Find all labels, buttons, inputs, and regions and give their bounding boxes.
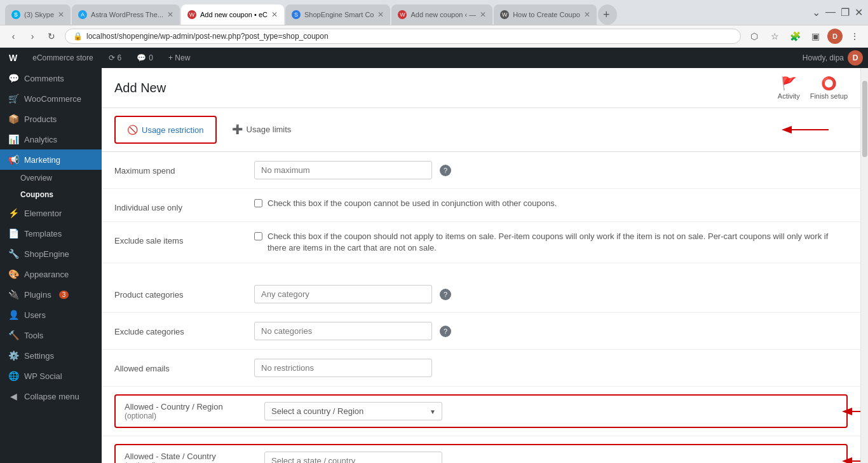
new-content-button[interactable]: + New xyxy=(165,48,194,68)
nav-buttons: ‹ › ↻ xyxy=(5,28,60,45)
browser-tab-add-coupon-2[interactable]: W Add new coupon ‹ — ✕ xyxy=(391,4,492,25)
usage-limits-tab[interactable]: ➕ Usage limits xyxy=(222,118,302,142)
maximum-spend-help-icon[interactable]: ? xyxy=(440,165,451,176)
maximize-button[interactable]: ❐ xyxy=(841,6,850,18)
tabs-dropdown-button[interactable]: ⌄ xyxy=(812,6,820,18)
sidebar-item-analytics[interactable]: 📊 Analytics xyxy=(0,129,102,149)
reload-button[interactable]: ↻ xyxy=(43,28,60,45)
exclude-sale-checkbox[interactable] xyxy=(254,232,262,240)
wp-logo-button[interactable]: W xyxy=(5,48,21,68)
allowed-state-country-field xyxy=(264,452,837,463)
browser-tab-shopengine[interactable]: S ShopEngine Smart Co ✕ xyxy=(285,4,390,25)
exclude-sale-field: Check this box if the coupon should not … xyxy=(254,231,848,254)
country-region-select-wrapper: Select a country / Region xyxy=(264,402,442,420)
page-title: Add New xyxy=(114,81,166,95)
main-content: Add New 🚩 Activity ⭕ Finish setup 🚫 xyxy=(102,68,860,463)
exclude-categories-label: Exclude categories xyxy=(114,322,241,336)
sidebar-item-wp-social[interactable]: 🌐 WP Social xyxy=(0,366,102,386)
site-name-button[interactable]: eCommerce store xyxy=(29,48,97,68)
sidebar-item-label-analytics: Analytics xyxy=(24,135,57,144)
allowed-state-country-input[interactable] xyxy=(264,452,442,463)
maximum-spend-input[interactable] xyxy=(254,161,432,179)
profile-icon[interactable]: D xyxy=(827,29,843,44)
products-nav-icon: 📦 xyxy=(8,114,19,124)
exclude-categories-input[interactable] xyxy=(254,322,432,340)
tab-close-shopengine[interactable]: ✕ xyxy=(377,10,384,19)
browser-tab-astra[interactable]: A Astra WordPress The... ✕ xyxy=(72,4,180,25)
sidebar-sub-coupons[interactable]: Coupons xyxy=(0,186,102,203)
extensions-icon[interactable]: 🧩 xyxy=(787,28,803,45)
sidebar-item-label-woocommerce: WooCommerce xyxy=(24,94,81,104)
sidebar-sub-overview[interactable]: Overview xyxy=(0,170,102,186)
country-region-select[interactable]: Select a country / Region xyxy=(264,402,442,420)
sidebar-item-settings[interactable]: ⚙️ Settings xyxy=(0,345,102,366)
sidebar-item-templates[interactable]: 📄 Templates xyxy=(0,223,102,244)
close-button[interactable]: ✕ xyxy=(855,6,863,18)
back-button[interactable]: ‹ xyxy=(5,28,22,45)
updates-button[interactable]: ⟳ 6 xyxy=(105,48,126,68)
comments-button[interactable]: 💬 0 xyxy=(133,48,157,68)
sidebar-item-label-templates: Templates xyxy=(24,229,62,238)
bookmark-icon[interactable]: ☆ xyxy=(766,28,783,45)
exclude-categories-help-icon[interactable]: ? xyxy=(440,326,451,337)
minimize-button[interactable]: — xyxy=(825,6,836,18)
comments-nav-icon: 💬 xyxy=(8,73,19,83)
browser-tabs: S (3) Skype ✕ A Astra WordPress The... ✕… xyxy=(5,0,804,25)
usage-restriction-tab[interactable]: 🚫 Usage restriction xyxy=(117,118,214,141)
individual-use-checkbox[interactable] xyxy=(254,199,262,207)
browser-tab-howto[interactable]: W How to Create Coupo ✕ xyxy=(494,4,597,25)
sidebar-item-users[interactable]: 👤 Users xyxy=(0,305,102,325)
sidebar-item-appearance[interactable]: 🎨 Appearance xyxy=(0,264,102,284)
sidebar-item-shopengine[interactable]: 🔧 ShopEngine xyxy=(0,244,102,264)
sidebar-item-plugins[interactable]: 🔌 Plugins 3 xyxy=(0,284,102,305)
maximum-spend-input-group: ? xyxy=(254,161,848,179)
tab-title-astra: Astra WordPress The... xyxy=(91,11,163,18)
address-url: localhost/shopengine/wp-admin/post-new.p… xyxy=(86,32,733,41)
tab-favicon-add-coupon-2: W xyxy=(398,10,407,19)
form-row-allowed-emails: Allowed emails xyxy=(102,350,860,387)
finish-setup-button[interactable]: ⭕ Finish setup xyxy=(810,76,848,100)
activity-label: Activity xyxy=(778,92,800,100)
browser-tab-skype[interactable]: S (3) Skype ✕ xyxy=(5,4,71,25)
tab-favicon-skype: S xyxy=(11,10,20,19)
sidebar-item-comments[interactable]: 💬 Comments xyxy=(0,68,102,88)
tab-favicon-add-coupon: W xyxy=(187,10,196,19)
user-avatar[interactable]: D xyxy=(848,50,863,66)
product-categories-help-icon[interactable]: ? xyxy=(440,289,451,300)
updates-icon: ⟳ xyxy=(109,53,115,62)
product-categories-input[interactable] xyxy=(254,285,432,303)
tab-close-add-coupon-2[interactable]: ✕ xyxy=(480,10,486,19)
tab-close-add-coupon[interactable]: ✕ xyxy=(271,10,278,19)
menu-icon[interactable]: ⋮ xyxy=(846,28,863,45)
sidebar-icon[interactable]: ▣ xyxy=(807,28,824,45)
browser-tab-add-coupon[interactable]: W Add new coupon • eC ✕ xyxy=(181,4,284,25)
woocommerce-nav-icon: 🛒 xyxy=(8,93,19,104)
new-tab-button[interactable]: + xyxy=(598,4,617,25)
browser-tabs-bar: S (3) Skype ✕ A Astra WordPress The... ✕… xyxy=(0,0,868,25)
sidebar-sub-label-overview: Overview xyxy=(20,174,52,183)
usage-restriction-icon: 🚫 xyxy=(127,125,138,135)
sidebar-item-products[interactable]: 📦 Products xyxy=(0,109,102,129)
sidebar-item-marketing[interactable]: 📢 Marketing xyxy=(0,149,102,170)
allowed-state-annotation-box: Allowed - State / Country (optional) xyxy=(114,444,848,463)
finish-setup-icon: ⭕ xyxy=(821,76,837,91)
tab-close-astra[interactable]: ✕ xyxy=(167,10,173,19)
tab-close-howto[interactable]: ✕ xyxy=(584,10,590,19)
plugins-badge: 3 xyxy=(59,291,69,299)
address-bar[interactable]: 🔒 localhost/shopengine/wp-admin/post-new… xyxy=(65,29,741,44)
allowed-emails-input[interactable] xyxy=(254,359,432,377)
sidebar-item-label-settings: Settings xyxy=(24,351,54,361)
sidebar-item-tools[interactable]: 🔨 Tools xyxy=(0,325,102,345)
allowed-emails-field xyxy=(254,359,848,377)
comments-icon: 💬 xyxy=(137,53,146,62)
scrollbar-thumb[interactable] xyxy=(862,81,867,157)
activity-button[interactable]: 🚩 Activity xyxy=(778,76,800,100)
forward-button[interactable]: › xyxy=(24,28,41,45)
collapse-menu-button[interactable]: ◀ Collapse menu xyxy=(0,386,102,406)
sidebar-item-woocommerce[interactable]: 🛒 WooCommerce xyxy=(0,88,102,109)
share-icon[interactable]: ⬡ xyxy=(746,28,763,45)
annotation-arrow-2 xyxy=(841,399,860,424)
sidebar-item-elementor[interactable]: ⚡ Elementor xyxy=(0,203,102,223)
elementor-nav-icon: ⚡ xyxy=(8,208,19,218)
tab-close-skype[interactable]: ✕ xyxy=(58,10,64,19)
